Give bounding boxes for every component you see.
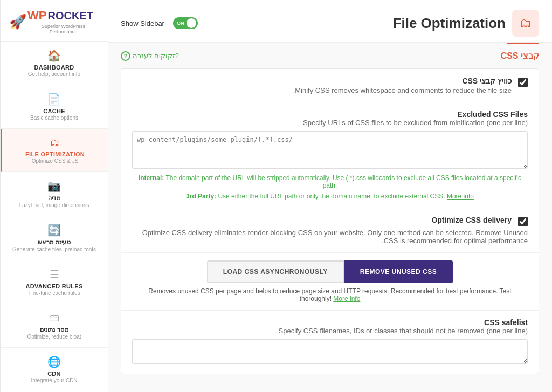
advanced-rules-icon: ☰ (50, 268, 59, 281)
page-title-area: File Optimization 🗂 (393, 10, 539, 37)
css-btn-group: LOAD CSS ASYNCHRONOUSLY REMOVE UNUSED CS… (207, 260, 453, 283)
optimize-css-desc: Optimize CSS delivery eliminates render-… (132, 229, 528, 245)
minify-css-label: כוויץ קבצי CSS (132, 77, 512, 85)
load-async-button[interactable]: LOAD CSS ASYNCHRONOUSLY (207, 260, 344, 283)
optimize-css-label: Optimize CSS delivery (132, 216, 512, 224)
minify-css-row: כוויץ קבצי CSS Minify CSS removes whites… (121, 69, 539, 102)
rocket-icon: 🚀 (9, 13, 26, 30)
help-link[interactable]: ?זקוקים לעזרה ? (121, 51, 179, 61)
safelist-label: CSS safelist (132, 318, 528, 327)
optimize-css-row: Optimize CSS delivery Optimize CSS deliv… (121, 208, 539, 253)
page-icon: 🗂 (520, 16, 532, 30)
home-icon: 🏠 (47, 49, 61, 62)
help-icon: ? (121, 51, 130, 61)
sidebar-item-cdn-sublabel: Integrate your CDN (31, 377, 77, 383)
more-info-link[interactable]: More info (447, 192, 474, 200)
optimize-css-checkbox[interactable] (518, 217, 528, 226)
sidebar-item-preload-sublabel: Generate cache files, preload fonts (12, 246, 96, 252)
sidebar-item-advanced-rules-label: ADVANCED RULES (25, 283, 82, 290)
safelist-desc: Specify CSS filenames, IDs or classes th… (132, 327, 528, 335)
sidebar-item-preload-label: טעינה מראש (38, 239, 71, 246)
minify-css-checkbox[interactable] (518, 78, 528, 87)
preload-icon: 🔄 (47, 224, 61, 237)
sidebar-item-database-sublabel: Optimize, reduce bloat (27, 334, 81, 340)
sidebar-logo: 🚀 WP ROCKET Superior WordPress Performan… (1, 0, 108, 42)
sidebar-item-database-label: מסד נתונים (40, 326, 68, 333)
sidebar-item-cache[interactable]: 📄 CACHE Basic cache options (1, 85, 108, 129)
file-optimization-icon: 🗂 (50, 136, 60, 149)
sidebar-item-advanced-rules-sublabel: Fine-tune cache rules (28, 290, 80, 296)
sidebar-item-media[interactable]: 📷 מדיה LazyLoad, image dimensions (1, 172, 108, 216)
excluded-css-desc: Specify URLs of CSS files to be excluded… (132, 119, 528, 127)
optimize-css-content: Optimize CSS delivery (132, 216, 512, 224)
sidebar-item-preload[interactable]: 🔄 טעינה מראש Generate cache files, prelo… (1, 216, 108, 260)
minify-css-desc: Minify CSS removes whitespace and commen… (132, 86, 512, 94)
sidebar-item-cdn-label: CDN (47, 370, 61, 377)
excluded-css-row: Excluded CSS Files Specify URLs of CSS f… (121, 102, 539, 208)
sidebar-item-file-optimization-sublabel: Optimize CSS & JS (32, 158, 79, 164)
sidebar-toggle-wrapper: Show Sidebar ON (121, 17, 198, 29)
media-icon: 📷 (47, 180, 61, 192)
sidebar-item-file-optimization-label: FILE OPTIMIZATION (25, 151, 85, 157)
css-section-title: קבצי CSS (501, 51, 539, 61)
cache-icon: 📄 (47, 93, 61, 106)
cdn-icon: 🌐 (47, 355, 61, 368)
sidebar-item-dashboard[interactable]: 🏠 DASHBOARD Get help, account info (1, 42, 108, 85)
database-icon: 🗃 (49, 312, 60, 324)
sidebar-item-media-sublabel: LazyLoad, image dimensions (19, 202, 89, 208)
sidebar: 🚀 WP ROCKET Superior WordPress Performan… (0, 0, 108, 392)
remove-unused-button[interactable]: REMOVE UNUSED CSS (344, 260, 453, 283)
sidebar-item-database[interactable]: 🗃 מסד נתונים Optimize, reduce bloat (1, 304, 108, 348)
sidebar-item-cache-sublabel: Basic cache options (30, 115, 78, 121)
sidebar-item-cdn[interactable]: 🌐 CDN Integrate your CDN (1, 348, 108, 391)
third-party-note: 3rd Party: Use either the full URL path … (132, 192, 528, 200)
css-section-header: ?זקוקים לעזרה ? קבצי CSS (108, 44, 552, 64)
sidebar-item-cache-label: CACHE (43, 108, 65, 114)
page-title: File Optimization (393, 15, 506, 32)
sidebar-item-file-optimization[interactable]: 🗂 FILE OPTIMIZATION Optimize CSS & JS (1, 129, 108, 172)
logo-rocket: ROCKET (47, 10, 93, 22)
css-card: כוויץ קבצי CSS Minify CSS removes whites… (121, 68, 539, 374)
logo-wp: WP (27, 9, 46, 23)
optimize-css-top: Optimize CSS delivery (132, 216, 528, 226)
btn-more-info-link[interactable]: More info (333, 295, 360, 302)
excluded-css-textarea[interactable] (132, 131, 528, 169)
main-content: Show Sidebar ON File Optimization 🗂 ?זקו… (108, 0, 552, 392)
sidebar-toggle[interactable]: ON (173, 17, 198, 29)
toggle-on-label: ON (177, 20, 184, 26)
show-sidebar-label: Show Sidebar (121, 19, 164, 27)
logo-subtitle: Superior WordPress Performance (27, 24, 99, 35)
btn-desc: Removes unused CSS per page and helps to… (132, 287, 528, 302)
minify-css-content: כוויץ קבצי CSS Minify CSS removes whites… (132, 77, 512, 94)
sidebar-item-dashboard-label: DASHBOARD (34, 64, 74, 71)
page-icon-box: 🗂 (512, 10, 539, 37)
toggle-knob (187, 18, 196, 28)
css-safelist-row: CSS safelist Specify CSS filenames, IDs … (121, 310, 539, 374)
sidebar-item-advanced-rules[interactable]: ☰ ADVANCED RULES Fine-tune cache rules (1, 260, 108, 304)
sidebar-item-media-label: מדיה (48, 195, 60, 202)
page-header: Show Sidebar ON File Optimization 🗂 (108, 0, 552, 43)
sidebar-item-dashboard-sublabel: Get help, account info (28, 71, 80, 77)
internal-note: Internal: The domain part of the URL wil… (132, 174, 528, 189)
safelist-textarea[interactable] (132, 339, 528, 364)
css-buttons-row: LOAD CSS ASYNCHRONOUSLY REMOVE UNUSED CS… (121, 253, 539, 310)
help-link-text: ?זקוקים לעזרה (133, 52, 179, 60)
excluded-css-label: Excluded CSS Files (132, 110, 528, 119)
